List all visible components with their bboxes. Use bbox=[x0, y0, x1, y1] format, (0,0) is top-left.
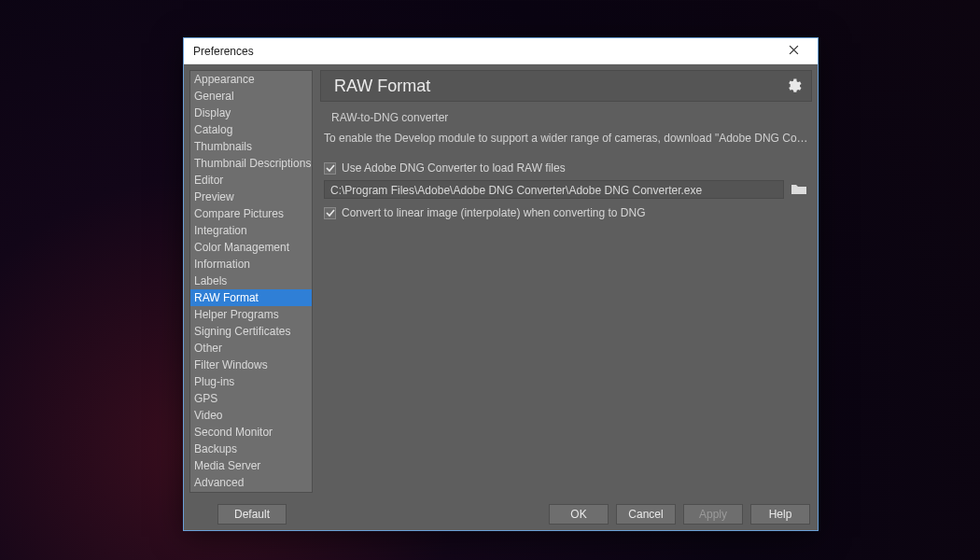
sidebar-item-editor[interactable]: Editor bbox=[190, 172, 312, 189]
help-button[interactable]: Help bbox=[750, 504, 810, 525]
converter-path-input[interactable]: C:\Program Files\Adobe\Adobe DNG Convert… bbox=[324, 180, 784, 199]
section-description: To enable the Develop module to support … bbox=[324, 132, 808, 160]
sidebar-item-raw-format[interactable]: RAW Format bbox=[190, 289, 312, 306]
convert-linear-label: Convert to linear image (interpolate) wh… bbox=[342, 206, 646, 219]
cancel-button[interactable]: Cancel bbox=[616, 504, 676, 525]
sidebar-item-labels[interactable]: Labels bbox=[190, 273, 312, 289]
default-button[interactable]: Default bbox=[217, 504, 287, 525]
apply-button[interactable]: Apply bbox=[683, 504, 743, 525]
gear-icon bbox=[785, 81, 802, 97]
use-converter-row: Use Adobe DNG Converter to load RAW file… bbox=[324, 160, 808, 176]
sidebar-item-filter-windows[interactable]: Filter Windows bbox=[190, 357, 312, 373]
browse-folder-button[interactable] bbox=[790, 180, 808, 199]
sidebar-item-display[interactable]: Display bbox=[190, 105, 312, 121]
use-converter-label: Use Adobe DNG Converter to load RAW file… bbox=[342, 161, 566, 175]
sidebar-item-thumbnail-descriptions[interactable]: Thumbnail Descriptions bbox=[190, 155, 312, 172]
settings-gear-button[interactable] bbox=[785, 77, 802, 94]
folder-icon bbox=[791, 183, 806, 197]
sidebar-item-other[interactable]: Other bbox=[190, 340, 312, 357]
sidebar-item-integration[interactable]: Integration bbox=[190, 222, 312, 239]
converter-path-row: C:\Program Files\Adobe\Adobe DNG Convert… bbox=[324, 180, 808, 199]
close-icon bbox=[789, 45, 799, 58]
sidebar-item-media-server[interactable]: Media Server bbox=[190, 457, 312, 474]
sidebar-item-general[interactable]: General bbox=[190, 88, 312, 105]
sidebar-item-signing-certificates[interactable]: Signing Certificates bbox=[190, 323, 312, 340]
dialog-footer: Default OK Cancel Apply Help bbox=[184, 498, 818, 530]
sidebar-item-plug-ins[interactable]: Plug-ins bbox=[190, 373, 312, 390]
sidebar-item-appearance[interactable]: Appearance bbox=[190, 71, 312, 88]
sidebar-item-thumbnails[interactable]: Thumbnails bbox=[190, 138, 312, 155]
sidebar-item-second-monitor[interactable]: Second Monitor bbox=[190, 424, 312, 441]
titlebar: Preferences bbox=[184, 38, 818, 64]
dialog-body: AppearanceGeneralDisplayCatalogThumbnail… bbox=[184, 64, 818, 498]
close-button[interactable] bbox=[775, 38, 812, 64]
panel-content: RAW-to-DNG converter To enable the Devel… bbox=[320, 102, 812, 493]
convert-linear-checkbox[interactable] bbox=[324, 207, 336, 219]
use-converter-checkbox[interactable] bbox=[324, 162, 336, 175]
section-subheader: RAW-to-DNG converter bbox=[324, 107, 808, 132]
sidebar-item-video[interactable]: Video bbox=[190, 407, 312, 424]
panel-header: RAW Format bbox=[320, 70, 812, 102]
sidebar-item-catalog[interactable]: Catalog bbox=[190, 121, 312, 138]
main-panel: RAW Format RAW-to-DNG converter To enabl… bbox=[320, 70, 812, 493]
sidebar-item-gps[interactable]: GPS bbox=[190, 390, 312, 407]
panel-title: RAW Format bbox=[334, 77, 785, 96]
sidebar-item-color-management[interactable]: Color Management bbox=[190, 239, 312, 256]
convert-linear-row: Convert to linear image (interpolate) wh… bbox=[324, 204, 808, 221]
sidebar-item-compare-pictures[interactable]: Compare Pictures bbox=[190, 205, 312, 222]
sidebar-item-preview[interactable]: Preview bbox=[190, 189, 312, 205]
sidebar-item-information[interactable]: Information bbox=[190, 256, 312, 273]
window-title: Preferences bbox=[193, 45, 254, 58]
ok-button[interactable]: OK bbox=[549, 504, 609, 525]
sidebar-item-backups[interactable]: Backups bbox=[190, 441, 312, 457]
sidebar-item-helper-programs[interactable]: Helper Programs bbox=[190, 306, 312, 323]
preferences-dialog: Preferences AppearanceGeneralDisplayCata… bbox=[183, 37, 819, 531]
category-sidebar: AppearanceGeneralDisplayCatalogThumbnail… bbox=[189, 70, 313, 493]
sidebar-item-advanced[interactable]: Advanced bbox=[190, 474, 312, 491]
